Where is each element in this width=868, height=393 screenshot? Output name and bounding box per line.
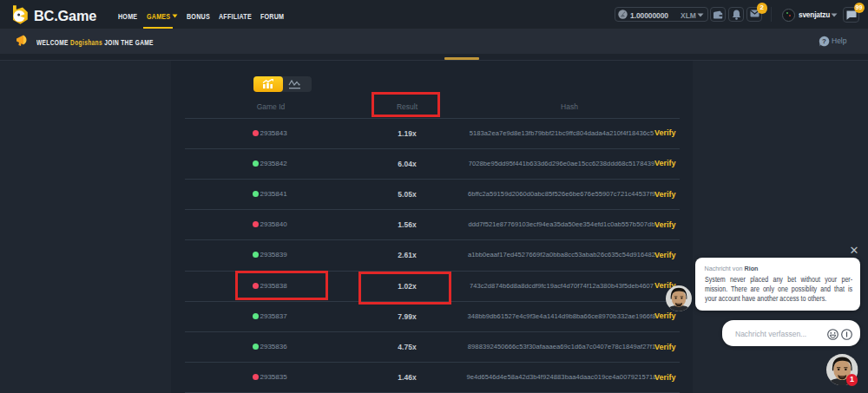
- svg-text:?: ?: [822, 37, 826, 45]
